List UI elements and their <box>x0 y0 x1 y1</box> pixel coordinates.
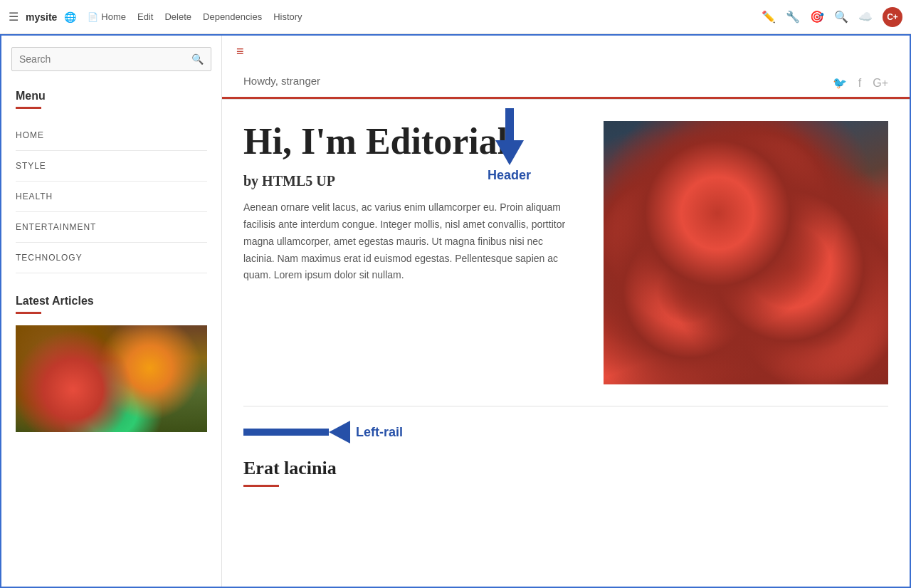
left-rail-label: Left-rail <box>356 425 403 440</box>
site-hamburger-icon[interactable]: ≡ <box>236 44 244 59</box>
nav-edit[interactable]: Edit <box>133 9 157 25</box>
main-layout: 🔍 Menu HOME STYLE HEALTH ENTERTAINMENT T… <box>0 34 911 588</box>
arrow-head-down-up <box>495 140 524 165</box>
arrow-shaft-left <box>243 429 329 436</box>
hero-image <box>604 121 888 384</box>
menu-title: Menu <box>16 90 207 103</box>
search-box[interactable]: 🔍 <box>11 47 211 71</box>
globe-icon[interactable]: 🌐 <box>64 11 76 23</box>
articles-title: Latest Articles <box>16 295 207 308</box>
hamburger-icon[interactable]: ☰ <box>9 10 19 23</box>
nav-history[interactable]: History <box>269 9 306 25</box>
nav-home[interactable]: 📄 Home <box>83 9 130 25</box>
sidebar-menu-section: Menu HOME STYLE HEALTH ENTERTAINMENT TEC… <box>1 83 221 280</box>
site-header-top: ≡ <box>222 36 910 68</box>
toolbar-nav: 📄 Home Edit Delete Dependencies History <box>83 9 306 25</box>
site-name: mysite <box>26 11 57 23</box>
nav-dependencies[interactable]: Dependencies <box>199 9 266 25</box>
article-thumbnail[interactable] <box>16 325 207 432</box>
cloud-icon[interactable]: ☁️ <box>858 10 873 23</box>
sidebar-item-style[interactable]: STYLE <box>16 151 207 182</box>
nav-delete[interactable]: Delete <box>160 9 196 25</box>
content-divider <box>243 406 888 406</box>
food-image <box>16 325 207 432</box>
header-annotation-label: Header <box>488 168 531 183</box>
header-greeting: Howdy, stranger <box>243 75 320 87</box>
header-annotation: Header <box>488 108 531 183</box>
erat-underline <box>243 485 279 487</box>
strawberry-image <box>604 121 888 384</box>
menu-underline <box>16 107 41 109</box>
sidebar-item-technology[interactable]: TECHNOLOGY <box>16 243 207 273</box>
erat-title: Erat lacinia <box>243 458 888 479</box>
arrow-head-left <box>329 421 350 443</box>
toolbar: ☰ mysite 🌐 📄 Home Edit Delete Dependenci… <box>0 0 911 34</box>
toolbar-right: ✏️ 🔧 🎯 🔍 ☁️ C+ <box>762 7 902 27</box>
arrow-left <box>243 421 350 443</box>
left-rail-annotation: Left-rail <box>243 421 888 443</box>
site-header: ≡ Howdy, stranger 🐦 f G+ <box>222 36 910 100</box>
annotation-header-container: Header Hi, I'm Editorial by HTML5 UP Aen… <box>243 121 888 384</box>
sidebar-item-health[interactable]: HEALTH <box>16 182 207 212</box>
content-area: ≡ Howdy, stranger 🐦 f G+ Header <box>222 36 910 587</box>
avatar[interactable]: C+ <box>883 7 902 27</box>
search-icon[interactable]: 🔍 <box>834 10 848 23</box>
twitter-icon[interactable]: 🐦 <box>833 76 847 90</box>
wrench-icon[interactable]: 🔧 <box>786 10 800 23</box>
sidebar-articles-section: Latest Articles <box>1 280 221 432</box>
articles-underline <box>16 312 41 314</box>
content-hero: Hi, I'm Editorial by HTML5 UP Aenean orn… <box>243 121 888 384</box>
content-body: Header Hi, I'm Editorial by HTML5 UP Aen… <box>222 100 910 587</box>
hero-body: Aenean ornare velit lacus, ac varius eni… <box>243 199 575 284</box>
search-input[interactable] <box>19 53 191 65</box>
social-icons: 🐦 f G+ <box>833 76 888 90</box>
target-icon[interactable]: 🎯 <box>810 10 824 23</box>
facebook-icon[interactable]: f <box>858 77 861 90</box>
header-row: Howdy, stranger 🐦 f G+ <box>222 68 910 91</box>
toolbar-left: ☰ mysite 🌐 📄 Home Edit Delete Dependenci… <box>9 9 753 25</box>
page-icon: 📄 <box>88 12 98 22</box>
pencil-icon[interactable]: ✏️ <box>762 10 776 23</box>
header-underline <box>222 97 910 99</box>
sidebar-item-entertainment[interactable]: ENTERTAINMENT <box>16 212 207 243</box>
sidebar-item-home[interactable]: HOME <box>16 120 207 151</box>
search-icon: 🔍 <box>191 53 204 65</box>
googleplus-icon[interactable]: G+ <box>873 77 888 90</box>
sidebar: 🔍 Menu HOME STYLE HEALTH ENTERTAINMENT T… <box>1 36 222 587</box>
erat-section: Erat lacinia <box>243 458 888 487</box>
arrow-shaft-up <box>505 108 514 140</box>
